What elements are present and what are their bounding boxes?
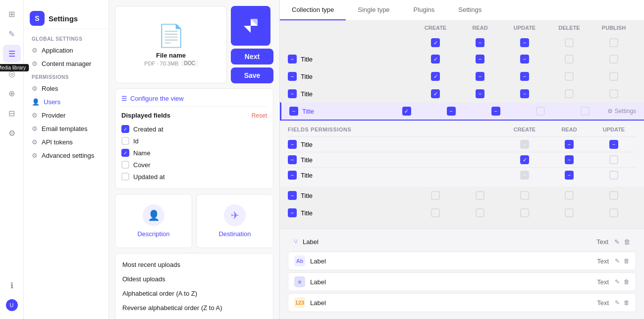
perm-col-create: CREATE: [413, 25, 458, 31]
row-settings-link[interactable]: ⚙ Settings: [607, 108, 636, 115]
top-update-check[interactable]: −: [520, 38, 529, 47]
users-icon: 👤: [32, 98, 40, 106]
configure-view-panel: ☰ Configure the view Displayed fields Re…: [115, 88, 273, 189]
fields-row-icon[interactable]: −: [288, 171, 297, 180]
sort-item[interactable]: Oldest uploads: [115, 272, 273, 286]
row-collapse-icon[interactable]: −: [289, 107, 298, 116]
field-checkbox[interactable]: [121, 161, 129, 169]
sort-item[interactable]: Most recent update: [115, 315, 273, 319]
bottom-row-icon: 123: [294, 297, 305, 308]
field-checkbox[interactable]: ✓: [121, 149, 129, 157]
top-delete-check[interactable]: [565, 38, 574, 47]
bottom-header-type: Text: [596, 238, 608, 246]
bottom-header-edit[interactable]: ✎: [614, 238, 620, 246]
next-button[interactable]: Next: [231, 49, 273, 64]
row-collapse-icon[interactable]: −: [288, 191, 297, 200]
rail-info[interactable]: ℹ: [3, 276, 21, 294]
perm-top-controls: ✓ − −: [280, 35, 644, 50]
row-name: Title: [301, 73, 313, 80]
bottom-row-delete[interactable]: 🗑: [624, 299, 630, 306]
settings-text: Settings: [615, 108, 636, 115]
row-collapse-icon[interactable]: −: [288, 72, 297, 81]
content-cards-row: 👤 Description ✈ Destination: [115, 194, 273, 248]
bottom-row-type: Text: [597, 278, 609, 286]
bottom-row-delete[interactable]: 🗑: [624, 257, 630, 264]
nav-advanced-settings[interactable]: ⚙ Advanced settings: [24, 149, 108, 162]
bottom-header-row: ⑂ Label Text ✎ 🗑: [288, 234, 636, 250]
file-card: 📄 File name PDF · 70.3MB DOC: [115, 6, 227, 83]
bottom-row-label: Label: [310, 278, 597, 286]
nav-content-manager-label: Content manager: [42, 60, 91, 67]
fields-rows: −Title−−−−Title✓−−Title−−: [288, 136, 636, 183]
description-icon: 👤: [143, 204, 164, 226]
description-label: Description: [137, 230, 169, 238]
bottom-row-edit[interactable]: ✎: [615, 278, 620, 285]
tab-plugins[interactable]: Plugins: [402, 0, 447, 20]
field-item[interactable]: Id: [121, 135, 267, 147]
bottom-row-edit[interactable]: ✎: [615, 257, 620, 264]
rail-gear[interactable]: ⚙: [3, 124, 21, 142]
rail-content-types[interactable]: ⊞: [3, 5, 21, 23]
reset-button[interactable]: Reset: [252, 112, 267, 119]
configure-view-header[interactable]: ☰ Configure the view: [121, 95, 267, 107]
sort-item[interactable]: Reverse alphabetical order (Z to A): [115, 301, 273, 315]
rail-edit[interactable]: ✎: [3, 25, 21, 43]
nav-roles[interactable]: ⚙ Roles: [24, 82, 108, 95]
destination-card[interactable]: ✈ Destination: [196, 194, 273, 248]
sort-item[interactable]: Alphabetical order (A to Z): [115, 286, 273, 301]
perm-col-update: UPDATE: [502, 25, 547, 31]
nav-application[interactable]: ⚙ Application: [24, 44, 108, 57]
top-create-check[interactable]: ✓: [431, 38, 440, 47]
field-item[interactable]: Updated at: [121, 171, 267, 183]
description-card[interactable]: 👤 Description: [115, 194, 192, 248]
right-container: Collection type Single type Plugins Sett…: [280, 0, 644, 319]
field-item[interactable]: ✓Name: [121, 147, 267, 159]
row-collapse-icon[interactable]: −: [288, 208, 297, 217]
bottom-row: 123LabelText✎🗑: [288, 293, 636, 312]
row-name: Title: [301, 56, 313, 63]
row-collapse-icon[interactable]: −: [288, 55, 297, 64]
nav-users[interactable]: 👤 Users: [24, 95, 108, 109]
bottom-row-delete[interactable]: 🗑: [624, 278, 630, 285]
save-button[interactable]: Save: [231, 67, 273, 83]
field-item[interactable]: Cover: [121, 159, 267, 171]
rail-puzzle[interactable]: ⊕: [3, 84, 21, 102]
top-publish-check[interactable]: [609, 38, 618, 47]
bottom-row-label: Label: [310, 299, 597, 307]
bottom-header-delete[interactable]: 🗑: [624, 238, 630, 246]
tab-single-type[interactable]: Single type: [346, 0, 401, 20]
bottom-row-edit[interactable]: ✎: [615, 299, 620, 306]
field-checkbox[interactable]: ✓: [121, 125, 129, 133]
app-logo: S: [30, 11, 45, 26]
sort-item[interactable]: Most recent uploads: [115, 257, 273, 272]
tab-collection-type[interactable]: Collection type: [280, 0, 346, 20]
nav-provider[interactable]: ⚙ Provider: [24, 109, 108, 122]
bottom-row-actions: ✎🗑: [615, 278, 630, 285]
field-checkbox[interactable]: [121, 137, 129, 145]
nav-api-tokens[interactable]: ⚙ API tokens: [24, 135, 108, 149]
field-checkbox[interactable]: [121, 173, 129, 181]
field-label: Id: [133, 137, 139, 145]
top-read-check[interactable]: −: [476, 38, 484, 47]
rail-cart[interactable]: ⊟: [3, 104, 21, 122]
fields-row: −Title✓−: [288, 152, 636, 167]
rail-media[interactable]: ☰ Media library: [3, 45, 21, 63]
fields-row-icon[interactable]: −: [288, 155, 297, 164]
strapi-logo-box: [231, 6, 270, 46]
bottom-row-icon: ≡: [294, 276, 305, 287]
content-manager-icon: ⚙: [32, 60, 38, 67]
fields-row-icon[interactable]: −: [288, 140, 297, 149]
tab-settings[interactable]: Settings: [446, 0, 493, 20]
nav-email-templates[interactable]: ⚙ Email templates: [24, 122, 108, 135]
bottom-row-type: Text: [597, 257, 609, 265]
tabs-bar: Collection type Single type Plugins Sett…: [280, 0, 644, 21]
bottom-row-label: Label: [310, 257, 597, 265]
bottom-row-actions: ✎🗑: [615, 257, 630, 264]
nav-content-manager[interactable]: ⚙ Content manager: [24, 57, 108, 70]
fields-row-name: Title: [301, 156, 313, 164]
row-collapse-icon[interactable]: −: [288, 89, 297, 98]
rail-user[interactable]: U: [3, 296, 21, 314]
nav-api-tokens-label: API tokens: [42, 138, 73, 146]
field-item[interactable]: ✓Created at: [121, 123, 267, 135]
nav-advanced-settings-label: Advanced settings: [42, 152, 94, 159]
